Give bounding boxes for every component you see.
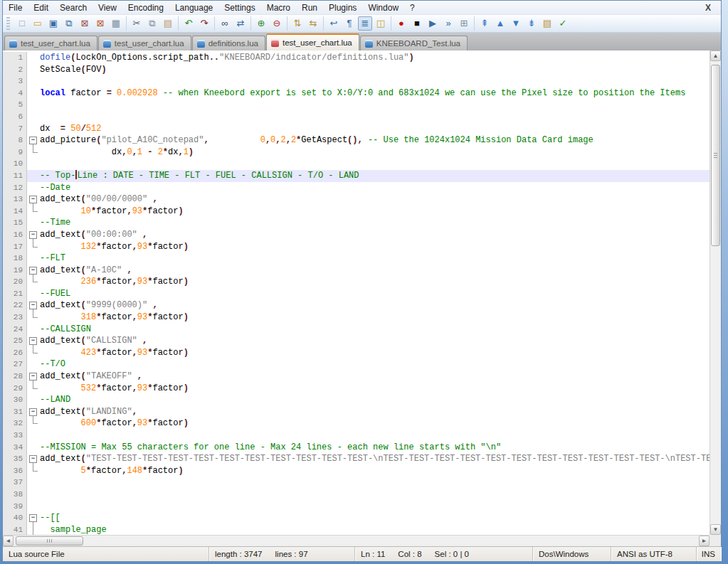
code-line[interactable]: 23 318*factor,93*factor) xyxy=(3,312,709,324)
code-line[interactable]: 8add_picture("pilot_A10C_notepad", 0,0,2… xyxy=(3,134,709,147)
undo-icon[interactable]: ↶ xyxy=(181,16,196,31)
code-line[interactable]: 4local factor = 0.002928 -- when Kneebor… xyxy=(3,87,709,100)
code-line[interactable]: 5 xyxy=(3,99,709,111)
tab-2-test-user-chart-lua[interactable]: test_user_chart.lua xyxy=(98,36,191,50)
menu-plugins[interactable]: Plugins xyxy=(323,1,362,14)
code-line[interactable]: 18--FLT xyxy=(3,252,709,265)
code-area[interactable]: 1dofile(LockOn_Options.script_path.."KNE… xyxy=(3,50,709,535)
cut-icon[interactable]: ✂ xyxy=(130,16,144,31)
fold-collapse-box[interactable] xyxy=(27,299,38,312)
fold-collapse-box[interactable] xyxy=(27,371,38,383)
close-window-button[interactable]: X xyxy=(702,3,714,13)
sync-vertical-scroll-icon[interactable]: ⇅ xyxy=(290,16,305,31)
scroll-left-arrow-icon[interactable]: ◄ xyxy=(3,536,14,546)
code-line[interactable]: 16add_text("00:00:00" , xyxy=(3,229,709,241)
code-line[interactable]: 25add_text("CALLSIGN" , xyxy=(3,335,709,347)
zoom-in-icon[interactable]: ⊕ xyxy=(254,16,268,31)
indent-guide-icon[interactable]: ≣ xyxy=(358,16,372,31)
code-line[interactable]: 41 sample_page xyxy=(3,524,709,535)
menu-run[interactable]: Run xyxy=(296,1,323,14)
show-all-characters-icon[interactable]: ¶ xyxy=(342,16,357,31)
zoom-out-icon[interactable]: ⊖ xyxy=(270,16,284,31)
paste-icon[interactable]: ▤ xyxy=(161,16,175,31)
menu-help[interactable]: ? xyxy=(404,1,421,14)
vertical-scrollbar[interactable]: ▲ ▼ xyxy=(709,50,721,535)
code-line[interactable]: 11-- Top-Line : DATE - TIME - FLT - FUEL… xyxy=(3,170,709,182)
code-line[interactable]: 30--LAND xyxy=(3,394,709,406)
menu-window[interactable]: Window xyxy=(362,1,404,14)
code-line[interactable]: 27--T/O xyxy=(3,358,709,371)
horizontal-scrollbar[interactable]: ◄ ► xyxy=(3,535,709,546)
code-line[interactable]: 36 5*factor,148*factor) xyxy=(3,465,709,477)
fold-collapse-box[interactable] xyxy=(27,229,38,241)
run-macro-multiple-icon[interactable]: » xyxy=(441,16,455,31)
menu-edit[interactable]: Edit xyxy=(28,1,54,14)
code-line[interactable]: 26 423*factor,93*factor) xyxy=(3,347,709,359)
code-line[interactable]: 24--CALLSIGN xyxy=(3,324,709,336)
print-icon[interactable]: ▦ xyxy=(109,16,123,31)
code-line[interactable]: 2SetScale(FOV) xyxy=(3,64,709,76)
code-line[interactable]: 39 xyxy=(3,501,709,513)
menu-language[interactable]: Language xyxy=(169,1,218,14)
scroll-up-arrow-icon[interactable]: ▲ xyxy=(710,50,721,61)
fold-collapse-box[interactable] xyxy=(27,335,38,347)
code-line[interactable]: 33 xyxy=(3,430,709,442)
code-line[interactable]: 1dofile(LockOn_Options.script_path.."KNE… xyxy=(3,52,709,64)
save-macro-icon[interactable]: ⊞ xyxy=(457,16,471,31)
redo-icon[interactable]: ↷ xyxy=(197,16,211,31)
spell-check-icon[interactable]: ✓ xyxy=(556,16,570,31)
sync-horizontal-scroll-icon[interactable]: ⇆ xyxy=(306,16,320,31)
tab-1-test-user-chart-lua[interactable]: test_user_chart.lua xyxy=(4,36,97,50)
tab-3-definitions-lua[interactable]: definitions.lua xyxy=(192,36,265,50)
code-line[interactable]: 34--MISSION = Max 55 characters for one … xyxy=(3,442,709,454)
code-line[interactable]: 19add_text("A-10C" , xyxy=(3,265,709,277)
code-line[interactable]: 10 xyxy=(3,158,709,170)
tab-5-kneeboard-test-lua[interactable]: KNEEBOARD_Test.lua xyxy=(360,36,468,50)
code-line[interactable]: 21--FUEL xyxy=(3,288,709,300)
new-file-icon[interactable]: □ xyxy=(15,16,29,31)
code-line[interactable]: 7dx = 50/512 xyxy=(3,123,709,135)
fold-collapse-box[interactable] xyxy=(27,406,38,418)
menu-file[interactable]: File xyxy=(3,1,28,14)
save-icon[interactable]: ▣ xyxy=(46,16,60,31)
save-all-icon[interactable]: ⧉ xyxy=(62,16,76,31)
code-line[interactable]: 28add_text("TAKEOFF" , xyxy=(3,371,709,383)
vertical-scroll-thumb[interactable] xyxy=(711,65,720,246)
code-line[interactable]: 31add_text("LANDING", xyxy=(3,406,709,418)
stop-macro-icon[interactable]: ■ xyxy=(410,16,424,31)
code-line[interactable]: 15--Time xyxy=(3,217,709,229)
copy-icon[interactable]: ⧉ xyxy=(145,16,159,31)
horizontal-scroll-thumb[interactable] xyxy=(16,536,83,546)
find-icon[interactable]: ∞ xyxy=(218,16,232,31)
code-line[interactable]: 6 xyxy=(3,111,709,123)
code-line[interactable]: 29 532*factor,93*factor) xyxy=(3,383,709,395)
fold-collapse-box[interactable] xyxy=(27,512,38,524)
code-line[interactable]: 35add_text("TEST-TEST-TEST-TEST-TEST-TES… xyxy=(3,453,709,465)
close-icon[interactable]: ⊠ xyxy=(78,16,92,31)
code-line[interactable]: 17 132*factor,93*factor) xyxy=(3,241,709,253)
code-line[interactable]: 20 236*factor,93*factor) xyxy=(3,276,709,288)
fold-collapse-box[interactable] xyxy=(27,453,38,465)
menu-settings[interactable]: Settings xyxy=(218,1,260,14)
scroll-right-arrow-icon[interactable]: ► xyxy=(699,536,709,546)
plugin-tool-icon[interactable]: ▤ xyxy=(540,16,554,31)
code-line[interactable]: 14 10*factor,93*factor) xyxy=(3,206,709,218)
code-line[interactable]: 12--Date xyxy=(3,182,709,194)
nav-next-icon[interactable]: ▼ xyxy=(509,16,523,31)
document-map-icon[interactable]: ◫ xyxy=(374,16,388,31)
menu-view[interactable]: View xyxy=(93,1,122,14)
code-line[interactable]: 40--[[ xyxy=(3,512,709,524)
nav-prev-icon[interactable]: ▲ xyxy=(493,16,507,31)
menu-search[interactable]: Search xyxy=(54,1,93,14)
code-line[interactable]: 22add_text("9999(0000)" , xyxy=(3,299,709,312)
code-line[interactable]: 32 600*factor,93*factor) xyxy=(3,417,709,430)
fold-collapse-box[interactable] xyxy=(27,265,38,277)
close-all-icon[interactable]: ⊠ xyxy=(93,16,107,31)
menu-macro[interactable]: Macro xyxy=(261,1,296,14)
fold-collapse-box[interactable] xyxy=(27,193,38,206)
replace-icon[interactable]: ⇄ xyxy=(233,16,248,31)
nav-last-icon[interactable]: ⇟ xyxy=(524,16,539,31)
code-line[interactable]: 9 dx,0,1 - 2*dx,1) xyxy=(3,147,709,159)
tab-4-test-user-chart-lua[interactable]: test_user_chart.lua xyxy=(266,33,359,50)
code-line[interactable]: 38 xyxy=(3,489,709,501)
